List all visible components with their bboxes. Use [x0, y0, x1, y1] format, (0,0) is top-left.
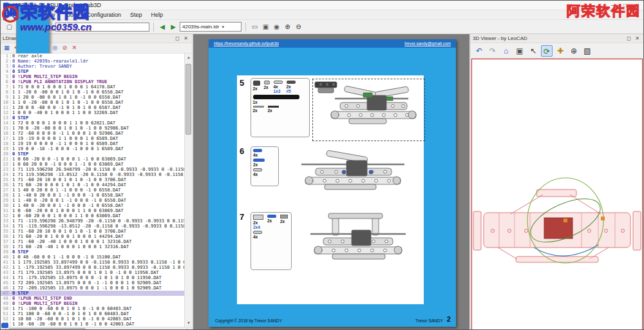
editor-line[interactable]: 60 !LPUB PLI ANNOTATION DISPLAY TRUE	[1, 79, 184, 84]
editor-line[interactable]: 81 1 -20 0 -80 0 0 1 0 1 0 -1 0 0 6558.D…	[1, 90, 184, 95]
editor-line[interactable]: 371 71 -60 -20 -40 1 0 0 0 1 0 0 0 1 323…	[1, 239, 184, 244]
editor-line[interactable]: 211 0 60 -20 0 0 -1 0 0 0 1 -1 0 0 63869…	[1, 157, 184, 162]
pli-part[interactable]: 2x2x4	[253, 215, 263, 229]
save-icon[interactable]: ▦	[3, 44, 11, 52]
parts-list-step-5[interactable]: 2x2x4x1x32x#51x2x2x	[251, 78, 310, 137]
editor-line[interactable]: 121 0 0 0 -40 0 1 0 0 0 1 1 0 0 32269.DA…	[1, 110, 184, 115]
zoom-icon[interactable]: ⊕	[568, 45, 580, 57]
comment-off-icon[interactable]: ⊘	[61, 44, 69, 52]
editor-line[interactable]: 341 71 -119.596298 -13.0512 -20 -0.1158 …	[1, 224, 184, 229]
viewer-viewport[interactable]	[471, 59, 643, 330]
editor-line[interactable]: 361 71 60 -20 0 1 0 0 0 1 0 0 0 1 44294.…	[1, 234, 184, 239]
close-button[interactable]	[631, 1, 643, 10]
forward-icon[interactable]: ↷	[487, 45, 498, 57]
editor-vertical-scrollbar[interactable]: ▲ ▼	[184, 53, 192, 327]
parts-list-step-7[interactable]: 2x2x42x2x4x	[251, 212, 292, 270]
new-icon[interactable]: ▢	[5, 22, 14, 32]
camera-icon[interactable]: ▣	[514, 45, 526, 57]
editor-line[interactable]: 251 71 -60 20 10 0 0 1 0 1 0 -1 0 0 3706…	[1, 177, 184, 182]
pli-part[interactable]: 2x	[264, 81, 270, 93]
editor-line[interactable]: 40 STEP	[1, 69, 184, 74]
editor-line[interactable]: 20 Name: 42039s-rearaxle1.ldr	[1, 59, 184, 64]
fit-page-icon[interactable]: ▣	[261, 22, 270, 32]
pli-part[interactable]: 2x	[253, 106, 264, 113]
delete-icon[interactable]: ✕	[70, 44, 79, 52]
step-7[interactable]: 7 2x2x42x2x4x	[240, 212, 421, 275]
zoom-region-icon[interactable]: ▧	[582, 45, 593, 57]
scrollbar-thumb[interactable]	[185, 64, 191, 135]
page-header-url[interactable]: https://trevorsandy.github.io/lpub3d	[214, 41, 279, 46]
editor-line[interactable]: 390 STEP	[1, 249, 184, 255]
editor-line[interactable]: 10 rear axle	[1, 53, 184, 59]
editor-line[interactable]: 281 1 -40 0 20 0 0 1 -1 0 0 0 -1 0 6558.…	[1, 193, 184, 198]
command-input[interactable]	[55, 23, 149, 32]
editor-line[interactable]: 521 10 80 -20 -60 0 0 1 0 1 0 -1 0 0 420…	[1, 316, 184, 322]
pli-part[interactable]: 1x	[253, 95, 307, 104]
pli-part[interactable]: 2x	[253, 159, 265, 167]
pli-part[interactable]: 4x	[253, 231, 262, 239]
editor-line[interactable]: 71 71 0 0 0 1 0 0 0 1 0 0 0 1 64178.DAT	[1, 84, 184, 90]
editor-line[interactable]: 111 28 0 0 -60 0 0 -1 0 1 0 1 0 0 6587.D…	[1, 105, 184, 110]
rotate-icon[interactable]: ⟳	[541, 45, 553, 57]
scroll-left-icon[interactable]: ◀	[1, 327, 8, 330]
editor-line[interactable]: 470 STEP	[1, 291, 184, 296]
back-icon[interactable]: ↶	[473, 45, 485, 57]
editor-line[interactable]: 241 71 119.596298 -13.0512 -20 0.1158 0 …	[1, 172, 184, 177]
editor-line[interactable]: 301 1 40 0 -20 0 0 1 -1 0 0 0 -1 0 6558.…	[1, 203, 184, 208]
editor-line[interactable]: 141 72 0 0 0 0 1 0 0 0 1 1 0 0 62821.DAT	[1, 121, 184, 126]
editor-code[interactable]: 10 rear axle20 Name: 42039s-rearaxle1.ld…	[1, 53, 184, 327]
editor-line[interactable]: 261 71 60 -20 0 0 0 1 0 1 0 -1 0 0 44294…	[1, 182, 184, 188]
editor-line[interactable]: 50 !LPUB MULTI_STEP BEGIN	[1, 74, 184, 79]
step-6[interactable]: 6 4x2x4x	[240, 146, 421, 207]
editor-line[interactable]: 171 19 -19 0 0 0 0 1 1 0 0 0 1 0 6589.DA…	[1, 136, 184, 141]
editor-line[interactable]: 431 71 179.192505 13.8975 0 0 0 1 0 1 0 …	[1, 270, 184, 275]
editor-line[interactable]: 381 71 60 -20 -40 1 0 0 0 1 0 0 0 1 3231…	[1, 244, 184, 249]
zoom-in-icon[interactable]: ⊕	[283, 22, 292, 32]
editor-line[interactable]: 461 72 -209.192505 13.8975 0 0 0 1 -1 0 …	[1, 286, 184, 291]
pli-part[interactable]: 4x	[253, 149, 262, 157]
pli-part[interactable]: 4x	[253, 168, 262, 177]
editor-float-icon[interactable]	[173, 35, 182, 41]
scroll-down-icon[interactable]: ▼	[185, 319, 192, 327]
menu-configuration[interactable]: Configuration	[82, 11, 126, 19]
editor-line[interactable]: 101 1 0 -20 -80 0 0 1 0 1 0 -1 0 0 6558.…	[1, 100, 184, 105]
zoom-out-icon[interactable]: ⊖	[294, 22, 303, 32]
editor-line[interactable]: 531 10 -60 -20 -60 0 0 1 0 1 0 -1 0 0 42…	[1, 322, 184, 327]
editor-line[interactable]: 331 71 -119.596298 26.948799 -20 -0.1158…	[1, 218, 184, 224]
page-header-email[interactable]: trevor.sandy@gmail.com	[404, 41, 451, 46]
editor-line[interactable]: 181 19 19 0 0 0 0 -1 1 0 0 0 1 0 6589.DA…	[1, 141, 184, 146]
editor-horizontal-scrollbar[interactable]: ◀ ▶	[1, 327, 192, 330]
actual-size-icon[interactable]: ◉	[272, 22, 281, 32]
maximize-button[interactable]	[619, 1, 631, 10]
pli-part[interactable]: 4x1x3	[274, 81, 283, 93]
editor-line[interactable]: 451 72 209.192505 13.8975 0 0 0 -1 -1 0 …	[1, 280, 184, 286]
pli-part[interactable]: 2x	[268, 106, 279, 113]
pan-icon[interactable]: ✚	[554, 45, 566, 57]
viewer-close-icon[interactable]	[633, 35, 641, 41]
editor-line[interactable]: 501 71 -100 0 -60 0 0 1 0 1 0 -1 0 0 604…	[1, 306, 184, 311]
step-5[interactable]: 5 2x2x4x1x32x#51x2x2x	[240, 78, 421, 141]
editor-line[interactable]: 351 71 -60 20 10 0 0 1 0 1 0 -1 0 0 3706…	[1, 229, 184, 234]
editor-line[interactable]: 91 1 20 0 -80 0 0 1 0 1 0 -1 0 0 6558.DA…	[1, 95, 184, 100]
editor-line[interactable]: 191 19 0 0 -18 -1 0 0 0 -1 0 0 0 1 6589.…	[1, 146, 184, 151]
assembly-image-step-7[interactable]	[295, 212, 421, 275]
editor-line[interactable]: 490 !LPUB MULTI_STEP BEGIN	[1, 301, 184, 306]
select-icon[interactable]: ↖	[527, 45, 539, 57]
pli-part[interactable]: 2x	[253, 81, 260, 93]
fit-width-icon[interactable]: ▭	[250, 22, 260, 32]
scroll-right-icon[interactable]: ▶	[184, 327, 192, 330]
editor-line[interactable]: 200 STEP	[1, 151, 184, 157]
minimize-button[interactable]	[607, 1, 619, 10]
editor-line[interactable]: 401 0 40 -60 0 0 1 -1 0 0 0 -1 0 15100.D…	[1, 255, 184, 260]
editor-line[interactable]: 130 STEP	[1, 115, 184, 121]
editor-line[interactable]: 441 71 -179.192505 13.8975 0 0 0 -1 0 1 …	[1, 275, 184, 280]
pli-part[interactable]: 2x#5	[287, 81, 296, 93]
parts-list-step-6[interactable]: 4x2x4x	[251, 146, 279, 186]
next-page-icon[interactable]: ▶	[169, 22, 178, 32]
pli-part[interactable]: 2x	[267, 215, 276, 229]
editor-line[interactable]: 291 1 -40 0 -20 0 0 1 -1 0 0 0 -1 0 6558…	[1, 198, 184, 203]
editor-line[interactable]: 30 Author: Trevor SANDY	[1, 64, 184, 69]
home-icon[interactable]: ⌂	[500, 45, 512, 57]
submodel-combo[interactable]: 42039s-main.ldr	[180, 22, 242, 32]
editor-line[interactable]: 271 1 40 0 20 0 0 1 -1 0 0 0 -1 0 6558.D…	[1, 188, 184, 193]
